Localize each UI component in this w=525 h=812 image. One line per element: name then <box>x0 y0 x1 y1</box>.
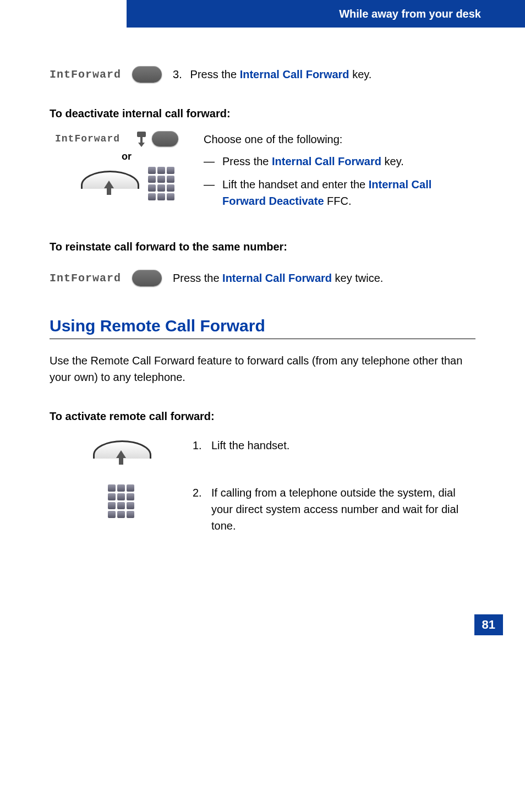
deactivate-option-1: — Press the Internal Call Forward key. <box>204 153 475 170</box>
step3-text: 3. Press the Internal Call Forward key. <box>173 66 371 83</box>
handset-lift-icon <box>79 167 139 200</box>
softkey-icon <box>152 131 178 146</box>
opt1-prefix: Press the <box>222 155 272 167</box>
remote-section-title: Using Remote Call Forward <box>50 317 475 339</box>
deactivate-heading: To deactivate internal call forward: <box>50 107 475 120</box>
page-content: IntForward 3. Press the Internal Call Fo… <box>0 28 525 570</box>
pushpin-icon <box>135 132 147 146</box>
remote-step-1: 1. Lift the handset. <box>50 437 475 470</box>
opt2-prefix: Lift the handset and enter the <box>222 178 369 190</box>
keypad-icon <box>148 167 174 200</box>
softkey-icon <box>132 66 162 83</box>
internal-call-forward-link: Internal Call Forward <box>222 272 332 284</box>
choose-text: Choose one of the following: <box>204 131 475 148</box>
or-text: or <box>50 151 204 162</box>
internal-call-forward-link: Internal Call Forward <box>272 155 381 167</box>
deactivate-block: IntForward or <box>50 131 475 216</box>
step1-number: 1. <box>193 437 211 454</box>
deactivate-text: Choose one of the following: — Press the… <box>204 131 475 216</box>
icons-row-1: IntForward <box>50 131 204 146</box>
step1-text: Lift the handset. <box>211 437 289 454</box>
reinstate-row: IntForward Press the Internal Call Forwa… <box>50 270 475 286</box>
opt1-suffix: key. <box>381 155 404 167</box>
remote-intro: Use the Remote Call Forward feature to f… <box>50 352 475 385</box>
intforward-label-3: IntForward <box>50 272 121 285</box>
keypad-icon <box>108 484 134 518</box>
reinstate-prefix: Press the <box>173 272 222 284</box>
deactivate-option-2: — Lift the handset and enter the Interna… <box>204 176 475 209</box>
deactivate-icons: IntForward or <box>50 131 204 200</box>
reinstate-suffix: key twice. <box>332 272 383 284</box>
step3-number: 3. <box>173 66 187 83</box>
reinstate-heading: To reinstate call forward to the same nu… <box>50 241 475 253</box>
step3-row: IntForward 3. Press the Internal Call Fo… <box>50 66 475 83</box>
step2-text: If calling from a telephone outside the … <box>211 484 475 534</box>
icons-row-2 <box>50 167 204 200</box>
header-bar: While away from your desk <box>127 0 525 28</box>
reinstate-text: Press the Internal Call Forward key twic… <box>173 270 383 286</box>
internal-call-forward-link: Internal Call Forward <box>240 68 349 80</box>
step3-prefix: Press the <box>190 68 240 80</box>
intforward-label: IntForward <box>50 68 121 81</box>
remote-step-2: 2. If calling from a telephone outside t… <box>50 484 475 534</box>
header-title: While away from your desk <box>339 8 481 20</box>
softkey-icon <box>132 270 162 286</box>
page-number: 81 <box>474 614 503 635</box>
deactivate-options: — Press the Internal Call Forward key. —… <box>204 153 475 209</box>
opt2-suffix: FFC. <box>324 195 352 207</box>
dash-icon: — <box>204 176 222 209</box>
activate-remote-heading: To activate remote call forward: <box>50 410 475 423</box>
intforward-label-2: IntForward <box>55 133 120 144</box>
step3-suffix: key. <box>349 68 372 80</box>
handset-lift-icon <box>91 437 151 470</box>
step2-number: 2. <box>193 484 211 534</box>
dash-icon: — <box>204 153 222 170</box>
